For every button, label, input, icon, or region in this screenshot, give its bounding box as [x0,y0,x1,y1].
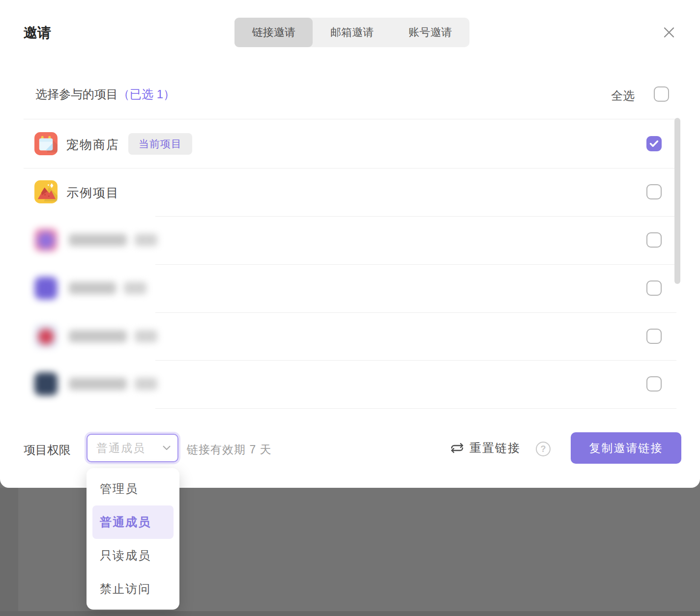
blurred-project-icon [34,372,58,395]
blurred-project-icon [34,228,58,252]
select-all-checkbox[interactable] [654,86,669,102]
permission-select-value: 普通成员 [96,441,146,456]
menu-item-readonly-member[interactable]: 只读成员 [87,539,179,572]
section-label: 选择参与的项目（已选 1） [35,86,175,102]
section-label-text: 选择参与的项目 [35,87,118,101]
menu-item-admin[interactable]: 管理员 [87,472,179,505]
blurred-project-name [69,378,127,390]
project-row-blurred[interactable] [0,360,700,408]
blurred-project-name [135,330,157,342]
blurred-project-name [69,282,116,294]
project-checkbox[interactable] [646,280,662,296]
blurred-project-icon [34,277,58,300]
permission-label: 项目权限 [24,442,71,458]
menu-item-normal-member[interactable]: 普通成员 [92,505,174,539]
blurred-project-content [24,310,155,363]
reset-link-button[interactable]: 重置链接 [450,440,521,456]
blurred-project-content [24,262,155,314]
invite-tab-bar: 链接邀请 邮箱邀请 账号邀请 [234,18,469,47]
list-divider [24,119,676,119]
tab-account-invite[interactable]: 账号邀请 [391,18,469,47]
project-row-blurred[interactable] [0,312,700,360]
project-row-sample[interactable]: 示例项目 [0,168,700,216]
project-name: 示例项目 [66,185,119,201]
project-checkbox[interactable] [646,184,662,199]
blurred-project-content [24,214,155,266]
blurred-project-name [69,234,127,246]
tab-link-invite[interactable]: 链接邀请 [234,18,313,47]
dimmed-background-bottom [0,611,700,616]
calendar-icon [34,132,58,155]
dialog-title: 邀请 [24,24,51,42]
project-row-blurred[interactable] [0,264,700,312]
project-checkbox[interactable] [646,329,662,344]
permission-dropdown-menu: 管理员 普通成员 只读成员 禁止访问 [87,468,179,610]
link-validity-text: 链接有效期 7 天 [187,442,272,457]
mountain-icon [34,180,58,203]
help-icon[interactable]: ? [536,442,551,456]
blurred-project-name [69,330,127,342]
project-row-blurred[interactable] [0,216,700,264]
project-row-petshop[interactable]: 宠物商店 当前项目 [0,120,700,168]
reset-link-label: 重置链接 [469,440,521,456]
permission-select[interactable]: 普通成员 [87,434,178,462]
blurred-project-name [135,378,157,390]
invite-dialog: 邀请 链接邀请 邮箱邀请 账号邀请 选择参与的项目（已选 1） 全选 [0,0,700,488]
project-checkbox-checked[interactable] [646,136,662,151]
selected-count-hint: （已选 1） [118,87,175,101]
current-project-badge: 当前项目 [128,133,192,155]
close-icon [663,26,675,39]
select-all-label: 全选 [611,88,635,104]
blurred-project-name [135,234,157,246]
menu-item-no-access[interactable]: 禁止访问 [87,572,179,606]
swap-arrows-icon [450,442,465,454]
close-button[interactable] [661,25,677,40]
project-name: 宠物商店 [66,137,119,153]
project-checkbox[interactable] [646,232,662,248]
question-mark-glyph: ? [541,444,546,454]
blurred-project-name [124,282,146,294]
blurred-project-content [24,358,155,410]
copy-invite-link-button[interactable]: 复制邀请链接 [571,432,681,464]
tab-email-invite[interactable]: 邮箱邀请 [313,18,391,47]
dimmed-background-sidebar [0,488,18,616]
blurred-project-icon [34,325,58,348]
check-icon [649,140,659,147]
project-checkbox[interactable] [646,376,662,392]
list-scrollbar[interactable] [674,118,680,284]
chevron-down-icon [163,446,171,450]
